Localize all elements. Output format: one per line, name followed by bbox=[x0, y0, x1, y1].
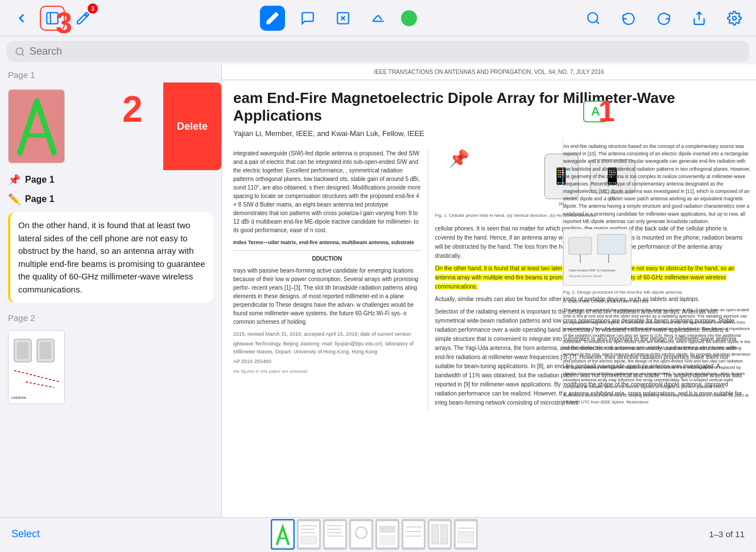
strip-thumb-5[interactable] bbox=[375, 519, 399, 550]
svg-rect-0 bbox=[47, 13, 58, 24]
svg-rect-53 bbox=[441, 525, 448, 544]
sidebar-toggle-button[interactable] bbox=[40, 6, 65, 31]
svg-rect-36 bbox=[301, 536, 317, 544]
pdf-page: IEEE TRANSACTIONS ON ANTENNAS AND PROPAG… bbox=[222, 64, 756, 517]
strip-thumb-6[interactable] bbox=[402, 519, 425, 550]
strip-thumb-8[interactable] bbox=[454, 519, 478, 550]
sidebar-item-1-content[interactable] bbox=[0, 83, 163, 170]
search-bar bbox=[0, 36, 756, 64]
search-icon bbox=[15, 47, 25, 57]
annot-label-1: Page 1 bbox=[25, 175, 55, 185]
pdf-authors: Yajian Li, Member, IEEE, and Kwai-Man Lu… bbox=[233, 129, 745, 138]
select-button[interactable]: Select bbox=[11, 528, 40, 540]
svg-text:columns: columns bbox=[11, 396, 27, 399]
page-thumbnails-strip bbox=[271, 519, 478, 550]
pdf-ap-number: AP 2016 255460 bbox=[233, 358, 421, 366]
back-button[interactable] bbox=[9, 6, 34, 31]
sidebar: Page 1 Delete bbox=[0, 64, 222, 517]
svg-rect-37 bbox=[325, 521, 345, 547]
pdf-copyright: Authorized licensed use limited to: Beij… bbox=[563, 392, 751, 405]
sidebar-page1-header: Page 1 bbox=[0, 64, 221, 83]
annot-label-2: Page 1 bbox=[25, 194, 55, 204]
search-button[interactable] bbox=[581, 6, 606, 31]
annotations-badge: 3 bbox=[88, 3, 98, 14]
pdf-section-text: The design procedure of the proposed end… bbox=[563, 307, 751, 390]
annotation-text-block: On the other hand, it is found that at l… bbox=[8, 212, 213, 303]
undo-button[interactable] bbox=[616, 6, 641, 31]
strip-thumb-1[interactable] bbox=[271, 519, 295, 550]
toolbar-center bbox=[260, 6, 417, 31]
pdf-title: eam End-Fire Magnetoelectric Dipole Arra… bbox=[233, 89, 745, 125]
pdf-affiliation: ightwave Technology, Beijing Jiaotong -m… bbox=[233, 340, 421, 356]
delete-button[interactable]: Delete bbox=[163, 83, 221, 170]
pdf-sticky-note-icon[interactable]: 📌 bbox=[448, 149, 469, 168]
strip-thumb-2[interactable] bbox=[297, 519, 321, 550]
strip-thumb-3[interactable] bbox=[323, 519, 347, 550]
svg-rect-56 bbox=[458, 532, 474, 543]
pencil-icon: ✏️ bbox=[8, 193, 20, 205]
a-letter-annotation-badge[interactable]: A bbox=[583, 101, 608, 122]
svg-rect-16 bbox=[17, 342, 28, 359]
pdf-figures-note: the figures in this paper are available bbox=[233, 368, 421, 375]
annot-row-pencil[interactable]: ✏️ Page 1 bbox=[0, 190, 221, 209]
annot-row-sticky[interactable]: 📌 Page 1 bbox=[0, 170, 221, 190]
search-input[interactable] bbox=[30, 46, 741, 57]
svg-text:E-Substrate: E-Substrate bbox=[597, 269, 615, 272]
signature-tool-button[interactable] bbox=[366, 6, 391, 31]
sidebar-page1-thumb bbox=[8, 89, 65, 163]
pdf-keywords-label: Index Terms—utler matrix, end-fire anten… bbox=[233, 239, 421, 247]
sidebar-item-1-swipe: Delete bbox=[0, 83, 221, 170]
pdf-keywords: utler matrix, end-fire antenna, multibea… bbox=[268, 240, 414, 245]
toolbar: 3 bbox=[0, 0, 756, 36]
sidebar-page2-label: Page 2 bbox=[8, 313, 35, 323]
sidebar-page2-section: Page 2 bbox=[0, 306, 221, 323]
share-button[interactable] bbox=[687, 6, 712, 31]
page-counter: 1–3 of 11 bbox=[709, 529, 745, 539]
pdf-area: IEEE TRANSACTIONS ON ANTENNAS AND PROPAG… bbox=[222, 64, 756, 517]
svg-rect-47 bbox=[403, 521, 424, 547]
svg-text:Open-Ended SIW: Open-Ended SIW bbox=[569, 269, 596, 272]
toolbar-left: 3 bbox=[9, 6, 96, 31]
pdf-col-left: integrated waveguide (SIW)-fed dipole an… bbox=[233, 149, 428, 411]
pdf-date-text: 2015; revised March 31, 2016; accepted A… bbox=[233, 331, 421, 339]
svg-line-6 bbox=[596, 21, 599, 24]
pdf-intro-heading: DDUCTION bbox=[233, 254, 421, 263]
lasso-tool-button[interactable] bbox=[331, 6, 356, 31]
sidebar-page2-thumb: columns bbox=[8, 330, 65, 404]
color-selector[interactable] bbox=[401, 10, 417, 26]
bottom-strip: Select 1–3 of 11 bbox=[0, 517, 756, 550]
redo-button[interactable] bbox=[651, 6, 676, 31]
svg-rect-24 bbox=[597, 234, 626, 254]
pdf-right-academic-text: An end-fire radiating structure based on… bbox=[563, 143, 751, 225]
svg-rect-23 bbox=[569, 237, 592, 254]
svg-point-9 bbox=[16, 48, 23, 55]
sidebar-item-page2[interactable]: columns bbox=[0, 323, 221, 411]
svg-rect-45 bbox=[379, 526, 395, 533]
strip-thumb-4[interactable] bbox=[349, 519, 373, 550]
annotation-badge-wrap: 3 bbox=[71, 6, 96, 31]
markup-tool-button[interactable] bbox=[295, 6, 320, 31]
svg-point-5 bbox=[588, 13, 597, 22]
svg-line-10 bbox=[22, 53, 23, 55]
sticky-note-icon: 📌 bbox=[8, 174, 20, 186]
main-layout: Page 1 Delete bbox=[0, 64, 756, 517]
svg-rect-52 bbox=[432, 525, 439, 544]
svg-rect-18 bbox=[40, 342, 51, 359]
strip-thumb-7[interactable] bbox=[428, 519, 452, 550]
pdf-right-academic-col: An end-fire radiating structure based on… bbox=[563, 138, 756, 405]
pen-tool-button[interactable] bbox=[260, 6, 285, 31]
pdf-section-heading: II. END-FIRE COMPLEMENTARY ANTEN bbox=[563, 298, 751, 305]
svg-point-8 bbox=[733, 16, 737, 20]
toolbar-right bbox=[581, 6, 747, 31]
svg-rect-42 bbox=[351, 521, 371, 547]
annotation-text: On the other hand, it is found that at l… bbox=[18, 220, 205, 294]
settings-button[interactable] bbox=[722, 6, 747, 31]
svg-rect-46 bbox=[379, 535, 395, 545]
pdf-journal-header: IEEE TRANSACTIONS ON ANTENNAS AND PROPAG… bbox=[222, 64, 756, 80]
pdf-fig2-caption: Fig. 2. Design procedure of the end-fire… bbox=[563, 289, 751, 296]
sidebar-page1-label: Page 1 bbox=[8, 70, 35, 80]
pdf-col-left-text: integrated waveguide (SIW)-fed dipole an… bbox=[233, 149, 421, 234]
svg-text:Magneto-Electric Dipole: Magneto-Electric Dipole bbox=[569, 274, 602, 278]
search-input-wrap[interactable] bbox=[7, 41, 749, 62]
pdf-circuit-diagram: Open-Ended SIW E-Substrate Magneto-Elect… bbox=[563, 229, 631, 286]
